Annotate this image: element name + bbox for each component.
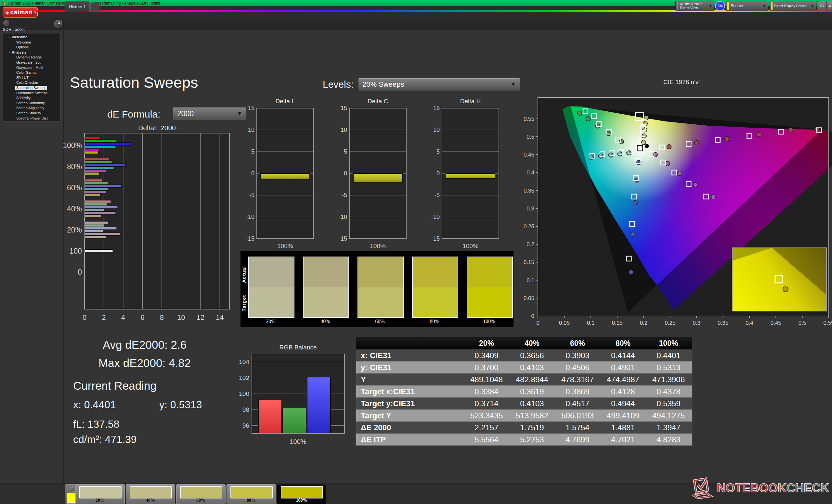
sidebar-item-3d-lut[interactable]: 3D LUT bbox=[3, 75, 60, 81]
sidebar-item-welcome[interactable]: Welcome bbox=[3, 40, 60, 45]
expand-icon[interactable]: ▼ bbox=[8, 51, 10, 54]
patch-swatch bbox=[180, 486, 222, 499]
svg-text:0.25: 0.25 bbox=[524, 223, 534, 230]
measured-point-green bbox=[577, 111, 582, 115]
table-cell: 513.9582 bbox=[509, 411, 555, 420]
white-point-measured bbox=[645, 144, 649, 148]
svg-text:0.25: 0.25 bbox=[665, 320, 675, 326]
table-cell: 1.4881 bbox=[600, 423, 646, 432]
measured-point-magenta bbox=[693, 183, 698, 187]
sidebar-item-grayscale-multi[interactable]: Grayscale - Multi bbox=[3, 65, 60, 71]
table-cell: 0.3700 bbox=[464, 363, 509, 372]
row-label: x: CIE31 bbox=[356, 351, 464, 360]
add-tab-button[interactable]: + bbox=[90, 3, 100, 11]
sidebar-item-spectral-power-dist[interactable]: Spectral Power Dist. bbox=[3, 116, 60, 121]
sidebar-item-dynamic-range[interactable]: Dynamic Range bbox=[3, 55, 60, 60]
table-cell: 0.3409 bbox=[464, 351, 509, 360]
chevron-down-icon: ▼ bbox=[709, 4, 712, 8]
sidebar-item-screen-angularity[interactable]: Screen Angularity bbox=[3, 106, 60, 111]
table-cell: 0.4103 bbox=[509, 363, 555, 372]
patch-tile-100[interactable]: 100% bbox=[277, 484, 326, 504]
svg-text:0.05: 0.05 bbox=[559, 320, 570, 326]
row-label: ΔE ITP bbox=[356, 435, 464, 444]
patch-tile-40[interactable]: 40% bbox=[126, 484, 175, 504]
svg-text:0.2: 0.2 bbox=[526, 241, 534, 248]
svg-text:0.55: 0.55 bbox=[524, 116, 534, 122]
sidebar-item-screen-uniformity[interactable]: Screen Uniformity bbox=[3, 101, 60, 106]
table-cell: 0.5313 bbox=[646, 363, 691, 372]
svg-text:6: 6 bbox=[140, 313, 144, 321]
svg-text:12: 12 bbox=[197, 313, 204, 321]
svg-text:100%: 100% bbox=[277, 243, 293, 249]
svg-text:0: 0 bbox=[251, 170, 255, 177]
de-formula-label: dE Formula: bbox=[107, 109, 160, 120]
svg-text:102: 102 bbox=[239, 374, 249, 381]
measured-point-blue bbox=[633, 200, 637, 205]
sidebar-item-saturation-sweeps[interactable]: Saturation Sweeps bbox=[3, 85, 60, 91]
calman-logo-text: calman bbox=[10, 9, 32, 16]
patch-swatch bbox=[230, 486, 273, 499]
table-cell: 0.4401 bbox=[646, 351, 691, 360]
de-formula-dropdown[interactable]: 2000▼ bbox=[173, 107, 246, 120]
table-cell: 1.5754 bbox=[555, 423, 600, 432]
meter-count-badge[interactable]: 234 bbox=[715, 1, 725, 11]
sidebar-sphere-button[interactable] bbox=[3, 20, 9, 26]
calman-window: Calman 2025 Calman Ultimate for Business… bbox=[0, 0, 832, 504]
sidebar-item-additivity[interactable]: Additivity bbox=[3, 95, 60, 101]
svg-text:2: 2 bbox=[102, 313, 106, 321]
sidebar-item-color-gamut[interactable]: Color Gamut bbox=[3, 70, 60, 75]
svg-text:0.4: 0.4 bbox=[746, 320, 753, 326]
svg-text:Delta C: Delta C bbox=[368, 98, 388, 105]
collapse-right-icon[interactable]: ◂ bbox=[827, 1, 832, 11]
source-label: Source bbox=[731, 4, 743, 8]
row-label: Target x:CIE31 bbox=[356, 387, 464, 396]
source-dropdown[interactable]: Source ▼ bbox=[726, 1, 768, 11]
settings-gear-button[interactable]: ⚙ bbox=[817, 1, 827, 11]
page-title: Saturation Sweeps bbox=[70, 74, 198, 91]
svg-text:0.3: 0.3 bbox=[526, 205, 534, 212]
sidebar-item-options[interactable]: Options bbox=[3, 45, 60, 50]
svg-text:100%: 100% bbox=[290, 438, 306, 445]
actual-swatch bbox=[358, 257, 403, 287]
table-cell: 0.3619 bbox=[509, 387, 555, 396]
patch-tile-60[interactable]: 60% bbox=[176, 484, 226, 504]
target-swatch bbox=[304, 287, 348, 317]
table-cell: 0.4506 bbox=[555, 363, 600, 372]
rgb-balance-chart: RGB Balance9698100102104100% bbox=[228, 343, 351, 450]
svg-text:15: 15 bbox=[248, 105, 255, 111]
table-col-40: 40% bbox=[509, 339, 555, 348]
measured-point-yellow bbox=[643, 121, 647, 126]
sidebar-item-screen-stability[interactable]: Screen Stability bbox=[3, 111, 60, 116]
table-cell: 0.4103 bbox=[509, 399, 555, 408]
cie1976-chart: CIE 1976 u'v'00.050.10.150.20.250.30.350… bbox=[515, 79, 832, 334]
display-control-dropdown[interactable]: Direct Display Control ▼ bbox=[770, 1, 816, 11]
sidebar-collapse-icon[interactable]: ◀ bbox=[56, 20, 62, 26]
expand-icon[interactable]: ▼ bbox=[8, 36, 10, 38]
patch-label: 100% bbox=[277, 498, 326, 503]
svg-text:100: 100 bbox=[70, 247, 82, 255]
meter-dropdown[interactable]: X-Rite i1Pro 2Direct View ▼ bbox=[675, 1, 714, 11]
table-row-e-2000: ΔE 20002.21571.75191.57541.48811.3947 bbox=[356, 421, 692, 433]
patch-tile-80[interactable]: 80% bbox=[227, 484, 276, 504]
patch-tile-20[interactable]: 20% bbox=[75, 484, 125, 504]
svg-text:-10: -10 bbox=[246, 214, 255, 220]
reading-fl: fL: 137.58 bbox=[73, 418, 119, 430]
sidebar-item-grayscale-2pt[interactable]: Grayscale - 2pt bbox=[3, 60, 60, 65]
calman-menu-button[interactable]: ◈ calman ▼ bbox=[3, 7, 38, 18]
table-cell: 478.3167 bbox=[555, 375, 600, 384]
tab-history-1[interactable]: History 1 bbox=[65, 1, 90, 12]
measured-point-blue bbox=[631, 232, 635, 236]
chevron-down-icon[interactable]: ▼ bbox=[32, 7, 37, 17]
sidebar-title: SDR Toolkit bbox=[3, 27, 25, 32]
sidebar-item-luminance-sweeps[interactable]: Luminance Sweeps bbox=[3, 91, 60, 96]
tree-section-analysis[interactable]: ▼Analysis bbox=[3, 50, 60, 55]
table-cell: 0.3384 bbox=[464, 387, 509, 396]
sidebar-item-colorchecker[interactable]: ColorChecker bbox=[3, 80, 60, 85]
patch-label: 80% bbox=[227, 498, 276, 503]
svg-text:0.1: 0.1 bbox=[587, 320, 595, 326]
levels-dropdown[interactable]: 20% Sweeps▼ bbox=[358, 78, 520, 91]
tree-section-welcome[interactable]: ▼Welcome bbox=[3, 35, 60, 40]
table-cell: 0.4517 bbox=[555, 399, 600, 408]
table-cell: 474.4987 bbox=[600, 375, 646, 384]
table-cell: 5.2753 bbox=[509, 435, 555, 444]
